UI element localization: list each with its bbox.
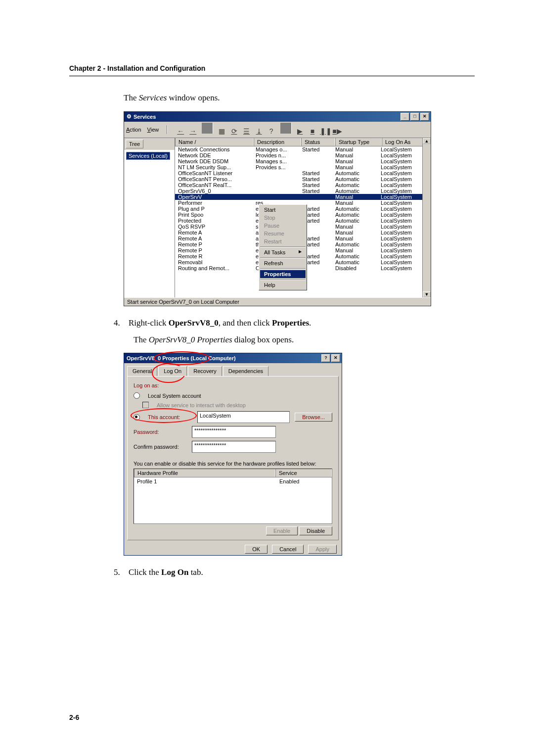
text-italic: Services xyxy=(139,93,167,102)
toolbar-icon[interactable]: ⟳ xyxy=(229,126,240,137)
text-bold: OperSrvV8_0 xyxy=(169,318,219,328)
step-number: 5. xyxy=(114,566,129,579)
cell-log-on-as: LocalSystem xyxy=(378,158,426,164)
table-row[interactable]: OfficeScanNT RealT...StartedAutomaticLoc… xyxy=(175,182,431,188)
cell-description: Manages o... xyxy=(253,146,299,152)
play-icon[interactable]: ▶ xyxy=(295,126,306,137)
text: , and then click xyxy=(219,318,272,328)
cell-log-on-as: LocalSystem xyxy=(378,194,426,200)
cell-log-on-as: LocalSystem xyxy=(378,182,426,188)
cell-startup-type: Automatic xyxy=(332,188,378,194)
ctx-properties[interactable]: Properties xyxy=(260,270,306,278)
restart-icon[interactable]: ■▶ xyxy=(332,126,343,137)
text-bold: Log On xyxy=(161,567,188,577)
cell-description xyxy=(253,170,299,176)
forward-icon[interactable]: → xyxy=(187,126,198,137)
text-bold: Properties xyxy=(272,318,309,328)
col-status[interactable]: Status xyxy=(301,138,335,146)
statusbar: Start service OperSrvV7_0 on Local Compu… xyxy=(124,297,431,306)
cell-status xyxy=(299,194,332,200)
cell-log-on-as: LocalSystem xyxy=(378,218,426,224)
minimize-button[interactable]: _ xyxy=(400,113,409,121)
col-description[interactable]: Description xyxy=(254,138,301,146)
cell-name: OperSrvV6_0 xyxy=(175,188,253,194)
ctx-resume: Resume xyxy=(260,230,306,237)
cell-log-on-as: LocalSystem xyxy=(378,236,426,241)
ctx-start[interactable]: Start xyxy=(260,206,306,214)
confirm-password-input[interactable]: *************** xyxy=(192,441,276,453)
ctx-restart: Restart xyxy=(260,237,306,245)
radio-local-system[interactable] xyxy=(134,392,140,399)
browse-button[interactable]: Browse... xyxy=(295,413,332,422)
menu-view[interactable]: View xyxy=(147,127,159,133)
table-row[interactable]: Network ConnectionsManages o...StartedMa… xyxy=(175,146,431,152)
toolbar-icon[interactable]: ▦ xyxy=(216,126,227,137)
scrollbar[interactable]: ▲ ▼ xyxy=(422,138,431,297)
pause-icon[interactable]: ❚❚ xyxy=(319,126,330,137)
ok-button[interactable]: OK xyxy=(245,545,267,554)
scroll-down-icon[interactable]: ▼ xyxy=(423,291,431,297)
password-input[interactable]: *************** xyxy=(192,426,276,438)
dialog-buttons: OK Cancel Apply xyxy=(124,543,342,555)
tab-log-on[interactable]: Log On xyxy=(158,366,187,376)
dialog-title: OperSrvV8_0 Properties (Local Computer) xyxy=(127,355,236,361)
maximize-button[interactable]: □ xyxy=(410,113,419,121)
cancel-button[interactable]: Cancel xyxy=(272,545,304,554)
account-input[interactable]: LocalSystem xyxy=(197,411,290,423)
intro-text: The Services window opens. xyxy=(124,92,475,104)
table-row[interactable]: NT LM Security Sup...Provides s...Manual… xyxy=(175,164,431,170)
help-icon[interactable]: ? xyxy=(266,126,277,137)
tree-tab[interactable]: Tree xyxy=(126,140,143,148)
col-name[interactable]: Name / xyxy=(175,138,254,146)
tree-item-services-local[interactable]: Services (Local) xyxy=(126,152,170,160)
cell-log-on-as: LocalSystem xyxy=(378,152,426,158)
table-row[interactable]: Network DDE DSDMManages s...ManualLocalS… xyxy=(175,158,431,164)
export-icon[interactable]: ⤓ xyxy=(254,126,265,137)
scroll-up-icon[interactable]: ▲ xyxy=(423,138,431,144)
table-row[interactable]: OfficeScanNT ListenerStartedAutomaticLoc… xyxy=(175,170,431,176)
cell-startup-type: Automatic xyxy=(332,241,378,247)
ctx-refresh[interactable]: Refresh xyxy=(260,259,306,267)
tab-general[interactable]: General xyxy=(127,366,157,376)
hw-row[interactable]: Profile 1 Enabled xyxy=(134,477,332,485)
cell-log-on-as: LocalSystem xyxy=(378,188,426,194)
cell-startup-type: Manual xyxy=(332,224,378,230)
tab-recovery[interactable]: Recovery xyxy=(188,366,222,376)
cell-name: OfficeScanNT RealT... xyxy=(175,182,253,188)
list-header: Name / Description Status Startup Type L… xyxy=(175,138,431,146)
menu-action[interactable]: Action xyxy=(126,127,141,133)
table-row[interactable]: OperSrvVManualLocalSystem xyxy=(175,194,431,200)
table-row[interactable]: Network DDEProvides n...ManualLocalSyste… xyxy=(175,152,431,158)
cell-status: Started xyxy=(299,182,332,188)
cell-log-on-as: LocalSystem xyxy=(378,230,426,236)
back-icon[interactable]: ← xyxy=(175,126,186,137)
disable-button[interactable]: Disable xyxy=(299,526,332,535)
text: dialog box opens. xyxy=(232,335,294,344)
help-button[interactable]: ? xyxy=(321,354,330,362)
cell-log-on-as: LocalSystem xyxy=(378,247,426,253)
table-row[interactable]: OperSrvV6_0StartedAutomaticLocalSystem xyxy=(175,188,431,194)
hw-col-service[interactable]: Service xyxy=(275,469,332,477)
cell-name: Removabl xyxy=(175,259,253,265)
cell-name: Remote P xyxy=(175,247,253,253)
close-button[interactable]: ✕ xyxy=(420,113,429,121)
close-button[interactable]: ✕ xyxy=(331,354,340,362)
cell-startup-type: Automatic xyxy=(332,206,378,212)
ctx-all-tasks[interactable]: All Tasks xyxy=(260,248,306,256)
table-row[interactable]: OfficeScanNT Perso...StartedAutomaticLoc… xyxy=(175,176,431,182)
cell-startup-type: Automatic xyxy=(332,182,378,188)
hw-col-profile[interactable]: Hardware Profile xyxy=(134,469,275,477)
ctx-help[interactable]: Help xyxy=(260,281,306,289)
stop-icon[interactable]: ■ xyxy=(307,126,318,137)
cell-name: Network Connections xyxy=(175,146,253,152)
properties-icon[interactable]: ☰ xyxy=(241,126,252,137)
cell-description: Provides s... xyxy=(253,164,299,170)
radio-this-account[interactable] xyxy=(134,414,140,421)
tab-dependencies[interactable]: Dependencies xyxy=(223,366,268,376)
menubar: Action View ← → ▦ ⟳ ☰ ⤓ ? ▶ ■ ❚❚ ■▶ xyxy=(124,122,431,138)
cell-log-on-as: LocalSystem xyxy=(378,212,426,218)
cell-description: Provides n... xyxy=(253,152,299,158)
tabstrip: General Log On Recovery Dependencies xyxy=(127,366,339,376)
cell-name: Remote A xyxy=(175,230,253,236)
col-startup-type[interactable]: Startup Type xyxy=(335,138,382,146)
